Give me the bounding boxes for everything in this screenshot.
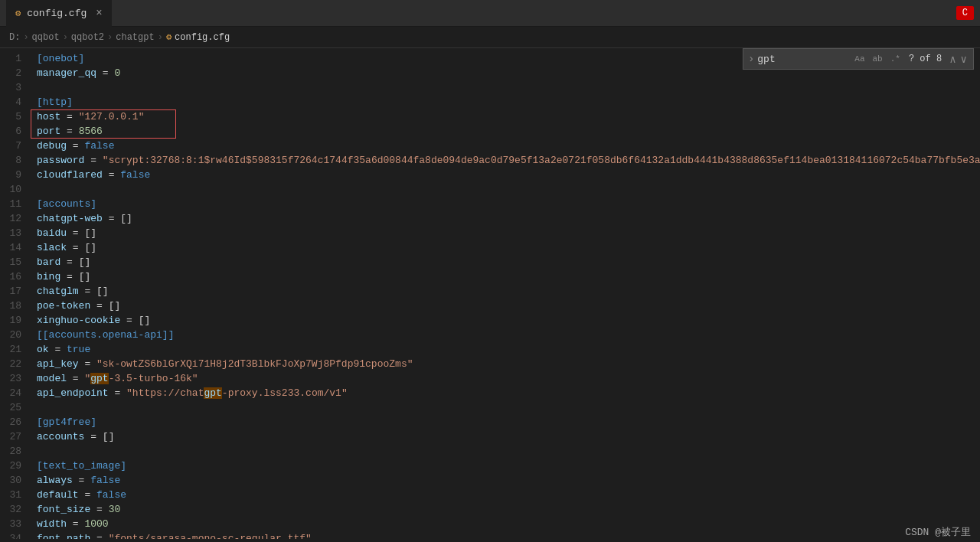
- line-number: 3: [6, 80, 21, 95]
- code-line: chatgpt-web = []: [31, 211, 980, 226]
- line-number: 27: [6, 429, 21, 444]
- line-number: 5: [6, 109, 21, 124]
- code-line: debug = false: [31, 139, 980, 153]
- code-line: bing = []: [31, 269, 980, 284]
- line-number: 8: [6, 153, 21, 168]
- code-line: port = 8566: [31, 124, 980, 139]
- line-number: 10: [6, 182, 21, 197]
- code-line: api_endpoint = "https://chatgpt-proxy.ls…: [31, 386, 980, 400]
- line-number: 6: [6, 124, 21, 139]
- line-number: 30: [6, 473, 21, 488]
- search-prev-button[interactable]: ∧: [948, 53, 957, 66]
- line-number: 23: [6, 371, 21, 386]
- search-input[interactable]: [757, 54, 849, 65]
- code-content[interactable]: [onebot]manager_qq = 0 [http]host = "127…: [31, 48, 980, 539]
- file-icon: ⚙: [15, 8, 21, 19]
- code-line: ok = true: [31, 342, 980, 357]
- breadcrumb-current: config.cfg: [175, 32, 230, 43]
- line-number: 16: [6, 269, 21, 284]
- tab-label: config.cfg: [27, 8, 87, 19]
- line-number: 1: [6, 51, 21, 66]
- breadcrumb-part3[interactable]: chatgpt: [116, 32, 154, 43]
- tab-close-button[interactable]: ×: [96, 7, 102, 19]
- line-number: 24: [6, 386, 21, 400]
- title-bar-right: C: [956, 6, 974, 20]
- csdn-badge: C: [956, 6, 974, 20]
- code-line: [31, 182, 980, 197]
- line-number: 13: [6, 226, 21, 240]
- code-line: chatglm = []: [31, 284, 980, 299]
- line-number: 4: [6, 95, 21, 109]
- match-case-button[interactable]: Aa: [852, 54, 867, 64]
- code-line: [text_to_image]: [31, 459, 980, 473]
- code-line: host = "127.0.0.1": [31, 109, 980, 124]
- code-line: xinghuo-cookie = []: [31, 313, 980, 328]
- line-number: 7: [6, 139, 21, 153]
- breadcrumb: D: › qqbot › qqbot2 › chatgpt › ⚙ config…: [0, 27, 980, 48]
- line-number: 32: [6, 502, 21, 517]
- code-line: [accounts]: [31, 197, 980, 211]
- code-line: slack = []: [31, 240, 980, 255]
- line-number: 17: [6, 284, 21, 299]
- line-numbers: 1234567891011121314151617181920212223242…: [0, 48, 31, 539]
- line-number: 2: [6, 66, 21, 80]
- active-tab[interactable]: ⚙ config.cfg ×: [6, 0, 112, 27]
- watermark: CSDN @被子里: [896, 522, 980, 542]
- breadcrumb-part2[interactable]: qqbot2: [71, 32, 104, 43]
- breadcrumb-drive: D:: [9, 32, 20, 43]
- line-number: 22: [6, 357, 21, 371]
- code-line: font_size = 30: [31, 502, 980, 517]
- line-number: 18: [6, 299, 21, 313]
- line-number: 15: [6, 255, 21, 269]
- line-number: 21: [6, 342, 21, 357]
- code-line: [31, 80, 980, 95]
- search-expand-icon[interactable]: ›: [748, 53, 754, 65]
- line-number: 34: [6, 531, 21, 539]
- code-line: poe-token = []: [31, 299, 980, 313]
- search-options: Aa ab .*: [852, 54, 903, 64]
- code-line: [gpt4free]: [31, 415, 980, 429]
- code-line: default = false: [31, 488, 980, 502]
- search-count: ? of 8: [909, 54, 942, 64]
- line-number: 25: [6, 400, 21, 415]
- line-number: 33: [6, 517, 21, 531]
- code-line: accounts = []: [31, 429, 980, 444]
- line-number: 11: [6, 197, 21, 211]
- code-line: [[accounts.openai-api]]: [31, 328, 980, 342]
- code-line: [31, 444, 980, 459]
- line-number: 26: [6, 415, 21, 429]
- search-navigation: ∧ ∨: [948, 53, 969, 66]
- search-next-button[interactable]: ∨: [959, 53, 969, 66]
- code-line: width = 1000: [31, 517, 980, 531]
- line-number: 31: [6, 488, 21, 502]
- code-line: model = "gpt-3.5-turbo-16k": [31, 371, 980, 386]
- code-line: cloudflared = false: [31, 168, 980, 182]
- code-line: [http]: [31, 95, 980, 109]
- line-number: 28: [6, 444, 21, 459]
- line-number: 29: [6, 459, 21, 473]
- line-number: 14: [6, 240, 21, 255]
- match-whole-button[interactable]: ab: [871, 54, 885, 64]
- editor: › Aa ab .* ? of 8 ∧ ∨ 123456789101112131…: [0, 48, 980, 539]
- line-number: 9: [6, 168, 21, 182]
- code-line: api_key = "sk-owtZS6blGrXQi71H8j2dT3Blbk…: [31, 357, 980, 371]
- code-line: bard = []: [31, 255, 980, 269]
- search-bar: › Aa ab .* ? of 8 ∧ ∨: [743, 48, 974, 70]
- line-number: 20: [6, 328, 21, 342]
- code-line: always = false: [31, 473, 980, 488]
- breadcrumb-part1[interactable]: qqbot: [32, 32, 60, 43]
- line-number: 12: [6, 211, 21, 226]
- regex-button[interactable]: .*: [888, 54, 903, 64]
- file-type-icon: ⚙: [166, 31, 172, 43]
- code-line: font_path = "fonts/sarasa-mono-sc-regula…: [31, 531, 980, 539]
- code-line: password = "scrypt:32768:8:1$rw46Id$5983…: [31, 153, 980, 168]
- code-line: [31, 400, 980, 415]
- code-line: baidu = []: [31, 226, 980, 240]
- line-number: 19: [6, 313, 21, 328]
- title-bar: ⚙ config.cfg × C: [0, 0, 980, 27]
